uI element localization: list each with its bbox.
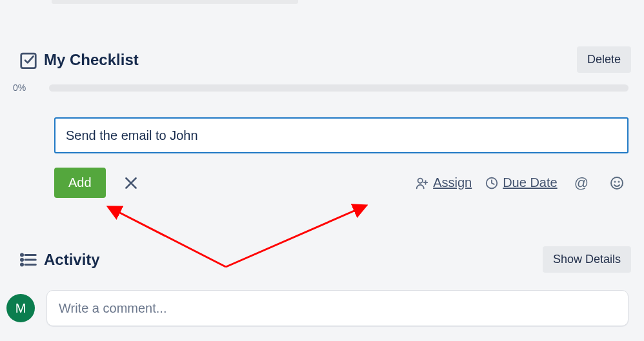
previous-section-stub — [52, 0, 298, 4]
delete-checklist-button[interactable]: Delete — [577, 46, 631, 73]
assign-label: Assign — [433, 175, 472, 190]
add-button[interactable]: Add — [54, 168, 106, 198]
emoji-button[interactable] — [605, 171, 629, 195]
mention-icon: @ — [574, 175, 589, 191]
progress-row: 0% — [13, 83, 629, 93]
comment-row: M — [6, 290, 629, 326]
assign-button[interactable]: Assign — [415, 175, 472, 190]
comment-input[interactable] — [46, 290, 629, 326]
svg-point-8 — [615, 181, 616, 182]
checklist-item-toolbar: Add Assign Due Date @ — [54, 168, 629, 198]
checklist-icon — [13, 50, 44, 70]
svg-point-3 — [418, 178, 423, 182]
progress-bar — [49, 84, 629, 92]
checklist-title: My Checklist — [44, 51, 139, 69]
svg-point-7 — [611, 177, 623, 189]
emoji-icon — [609, 175, 625, 191]
avatar[interactable]: M — [6, 294, 35, 322]
clock-icon — [485, 176, 499, 190]
svg-point-14 — [21, 264, 23, 266]
activity-header: Activity Show Details — [13, 246, 631, 273]
show-details-button[interactable]: Show Details — [543, 246, 631, 273]
progress-percent: 0% — [13, 83, 41, 93]
svg-point-9 — [619, 181, 619, 182]
checklist-header: My Checklist Delete — [13, 46, 631, 73]
checklist-item-input-wrap — [54, 117, 629, 153]
svg-point-10 — [21, 254, 23, 256]
close-icon — [123, 175, 139, 191]
due-date-button[interactable]: Due Date — [485, 175, 558, 190]
activity-title: Activity — [44, 251, 100, 269]
cancel-button[interactable] — [119, 171, 143, 195]
checklist-item-input[interactable] — [54, 117, 629, 153]
assign-icon — [415, 176, 429, 190]
activity-icon — [13, 250, 44, 269]
due-date-label: Due Date — [503, 175, 558, 190]
mention-button[interactable]: @ — [570, 171, 592, 195]
svg-point-12 — [21, 258, 23, 260]
